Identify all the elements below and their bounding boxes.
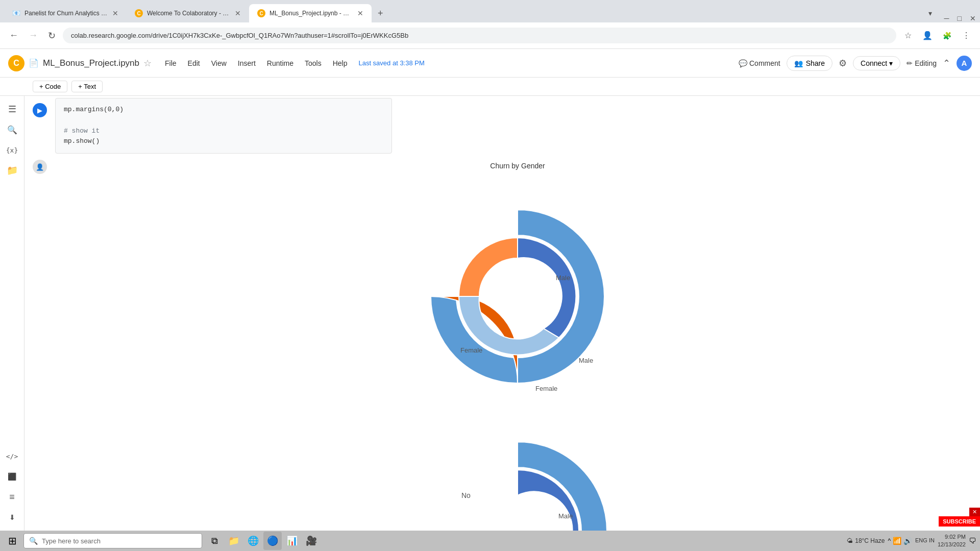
- menu-tools[interactable]: Tools: [300, 57, 327, 69]
- main-layout: ☰ 🔍 {x} 📁 </> ⬛ ≡ ⬇ ▶ mp.margins(0,0) # …: [0, 96, 980, 531]
- user-avatar[interactable]: A: [957, 56, 972, 71]
- nav-bar: ← → ↻ ☆ 👤 🧩 ⋮: [0, 22, 980, 49]
- tab-3-favicon: C: [257, 9, 265, 17]
- tab-2-favicon: C: [135, 9, 143, 17]
- taskbar-notify-icons: ^ 📶 🔊: [888, 537, 912, 545]
- settings-gear-button[interactable]: ⚙: [839, 58, 847, 69]
- chrome-button[interactable]: 🔵: [263, 532, 282, 550]
- taskbar-app-icons: ⧉ 📁 🌐 🔵 📊 🎥: [205, 532, 321, 550]
- donut-chart-container: No Yes Male Female Male Female: [55, 174, 980, 409]
- new-tab-button[interactable]: +: [374, 6, 387, 21]
- sidebar-terminal-icon[interactable]: ⬛: [3, 467, 21, 486]
- taskbar-language: ENG IN: [915, 537, 935, 544]
- taskbar-time-date: 9:02 PM 12/13/2022: [938, 533, 966, 549]
- tab-overflow-button[interactable]: ▾: [924, 7, 936, 19]
- code-line-2: [64, 115, 383, 126]
- sidebar-files-icon[interactable]: 📁: [3, 161, 21, 180]
- close-subscribe-button[interactable]: ✕: [969, 508, 980, 516]
- taskbar-weather: 🌤 18°C Haze: [847, 537, 885, 544]
- star-icon[interactable]: ☆: [143, 58, 152, 69]
- share-icon: 👥: [794, 59, 803, 67]
- code-cell-content[interactable]: mp.margins(0,0) # show it mp.show(): [55, 98, 392, 154]
- tab-1[interactable]: 📧 Panelist for Churn Analytics in Te... …: [4, 4, 127, 22]
- menu-bar: File Edit View Insert Runtime Tools Help: [160, 57, 352, 69]
- volume-icon[interactable]: 🔊: [903, 537, 912, 545]
- zoom-button[interactable]: 🎥: [302, 532, 321, 550]
- tab-3-title: ML_Bonus_Project.ipynb - Colab...: [270, 10, 353, 17]
- reload-button[interactable]: ↻: [45, 28, 59, 43]
- sidebar-search-icon[interactable]: 🔍: [3, 120, 21, 139]
- cell-run-area: ▶: [24, 98, 55, 117]
- powerpoint-button[interactable]: 📊: [283, 532, 301, 550]
- sidebar-bottom-icon[interactable]: ⬇: [3, 508, 21, 527]
- collapse-panel-button[interactable]: ⌃: [943, 58, 950, 69]
- comment-button[interactable]: 💬 Comment: [739, 59, 780, 67]
- back-button[interactable]: ←: [6, 28, 21, 43]
- tab-2-close[interactable]: ✕: [235, 9, 241, 17]
- sidebar-menu-icon[interactable]: ☰: [3, 100, 21, 118]
- browser-chrome: 📧 Panelist for Churn Analytics in Te... …: [0, 0, 980, 49]
- label-male-no: Male: [558, 512, 573, 520]
- account-button[interactable]: 👤: [920, 28, 935, 43]
- donut-chart-proper: No Yes Male Female Male Female: [410, 409, 625, 531]
- tab-3-close[interactable]: ✕: [357, 9, 363, 17]
- extensions-button[interactable]: 🧩: [939, 28, 954, 43]
- forward-button[interactable]: →: [26, 28, 41, 43]
- proper-donut-svg: No Yes Male Female Male Female: [410, 409, 625, 531]
- sidebar-code-icon[interactable]: </>: [3, 447, 21, 465]
- add-code-button[interactable]: + Code: [33, 81, 67, 92]
- tab-bar: 📧 Panelist for Churn Analytics in Te... …: [0, 0, 980, 22]
- start-button[interactable]: ⊞: [2, 532, 22, 550]
- connect-label: Connect: [861, 59, 887, 67]
- editing-button[interactable]: ✏ Editing: [906, 59, 937, 67]
- menu-help[interactable]: Help: [328, 57, 353, 69]
- taskbar: ⊞ 🔍 Type here to search ⧉ 📁 🌐 🔵 📊 🎥 🌤 18…: [0, 531, 980, 551]
- add-text-button[interactable]: + Text: [71, 81, 103, 92]
- task-view-button[interactable]: ⧉: [205, 532, 224, 550]
- chart-title: Churn by Gender: [55, 162, 980, 170]
- colab-header: C 📄 ML_Bonus_Project.ipynb ☆ File Edit V…: [0, 49, 980, 78]
- address-bar[interactable]: [63, 28, 896, 43]
- share-button[interactable]: 👥 Share: [787, 56, 832, 71]
- settings-button[interactable]: ⋮: [959, 28, 974, 43]
- comment-label: Comment: [749, 59, 780, 67]
- tab-2[interactable]: C Welcome To Colaboratory - Colab... ✕: [127, 4, 249, 22]
- connect-button[interactable]: Connect ▾: [853, 56, 900, 70]
- bookmark-button[interactable]: ☆: [900, 28, 916, 43]
- network-icon[interactable]: 📶: [893, 537, 901, 545]
- notification-button[interactable]: 🗨: [969, 537, 976, 545]
- tab-3[interactable]: C ML_Bonus_Project.ipynb - Colab... ✕: [249, 4, 372, 22]
- maximize-button[interactable]: □: [953, 14, 966, 22]
- explorer-button[interactable]: 📁: [225, 532, 243, 550]
- menu-edit[interactable]: Edit: [183, 57, 205, 69]
- menu-file[interactable]: File: [160, 57, 182, 69]
- tab-1-title: Panelist for Churn Analytics in Te...: [24, 10, 108, 17]
- code-cell: ▶ mp.margins(0,0) # show it mp.show(): [24, 96, 980, 156]
- lang-text: ENG IN: [915, 537, 935, 544]
- inner-female-bottom-label: Female: [535, 385, 557, 392]
- taskbar-time: 9:02 PM: [938, 533, 966, 541]
- taskbar-search-icon: 🔍: [29, 537, 38, 545]
- tab-1-close[interactable]: ✕: [112, 9, 118, 17]
- code-line-1: mp.margins(0,0): [64, 105, 383, 115]
- editing-label: Editing: [915, 59, 937, 67]
- sidebar-variable-icon[interactable]: {x}: [3, 141, 21, 159]
- sidebar-list-icon[interactable]: ≡: [3, 488, 21, 506]
- subscribe-badge[interactable]: SUBSCRIBE: [939, 516, 980, 527]
- minimize-button[interactable]: ─: [940, 14, 953, 22]
- nav-actions: ☆ 👤 🧩 ⋮: [900, 28, 974, 43]
- notebook-area: ▶ mp.margins(0,0) # show it mp.show() 👤 …: [24, 96, 980, 531]
- menu-insert[interactable]: Insert: [233, 57, 261, 69]
- run-button[interactable]: ▶: [33, 103, 47, 117]
- taskbar-search-bar[interactable]: 🔍 Type here to search: [23, 533, 202, 548]
- inner-male-top-label: Male: [556, 274, 570, 282]
- colab-app: C 📄 ML_Bonus_Project.ipynb ☆ File Edit V…: [0, 49, 980, 531]
- edge-button[interactable]: 🌐: [244, 532, 262, 550]
- chevron-icon[interactable]: ^: [888, 537, 891, 544]
- colab-title: ML_Bonus_Project.ipynb: [43, 58, 139, 68]
- close-button[interactable]: ✕: [966, 14, 980, 22]
- menu-view[interactable]: View: [206, 57, 232, 69]
- tab-1-favicon: 📧: [12, 9, 20, 17]
- connect-dropdown-icon: ▾: [889, 59, 893, 67]
- menu-runtime[interactable]: Runtime: [262, 57, 299, 69]
